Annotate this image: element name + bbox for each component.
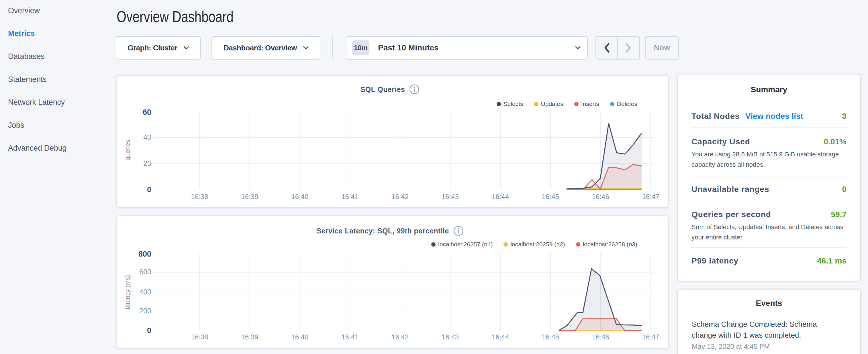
svg-text:queries: queries xyxy=(124,140,131,160)
svg-text:16:46: 16:46 xyxy=(592,333,609,341)
svg-text:16:44: 16:44 xyxy=(492,333,509,341)
svg-text:16:39: 16:39 xyxy=(241,333,258,341)
svg-text:16:41: 16:41 xyxy=(341,193,359,200)
svg-text:16:47: 16:47 xyxy=(642,193,659,200)
svg-text:20: 20 xyxy=(143,159,151,167)
svg-text:16:38: 16:38 xyxy=(191,193,208,200)
svg-text:latency (ms): latency (ms) xyxy=(124,275,131,309)
svg-text:16:44: 16:44 xyxy=(492,193,509,200)
svg-text:16:43: 16:43 xyxy=(442,193,459,200)
svg-text:16:45: 16:45 xyxy=(542,333,559,341)
svg-text:60: 60 xyxy=(143,108,151,117)
svg-text:16:40: 16:40 xyxy=(291,333,308,341)
svg-text:600: 600 xyxy=(139,268,151,276)
svg-text:16:47: 16:47 xyxy=(642,333,659,341)
svg-text:40: 40 xyxy=(143,133,151,141)
svg-text:0: 0 xyxy=(147,326,151,335)
svg-text:16:43: 16:43 xyxy=(442,333,459,341)
svg-text:16:40: 16:40 xyxy=(291,193,308,200)
svg-text:16:42: 16:42 xyxy=(392,193,409,200)
svg-text:16:39: 16:39 xyxy=(241,193,258,200)
svg-text:16:41: 16:41 xyxy=(341,333,359,341)
svg-text:16:45: 16:45 xyxy=(542,193,559,200)
svg-text:0: 0 xyxy=(147,185,151,194)
svg-text:200: 200 xyxy=(139,307,151,315)
svg-text:16:46: 16:46 xyxy=(592,193,609,200)
svg-text:16:42: 16:42 xyxy=(392,333,409,341)
svg-text:800: 800 xyxy=(138,250,151,258)
svg-text:400: 400 xyxy=(139,288,151,296)
svg-text:16:38: 16:38 xyxy=(191,333,208,341)
